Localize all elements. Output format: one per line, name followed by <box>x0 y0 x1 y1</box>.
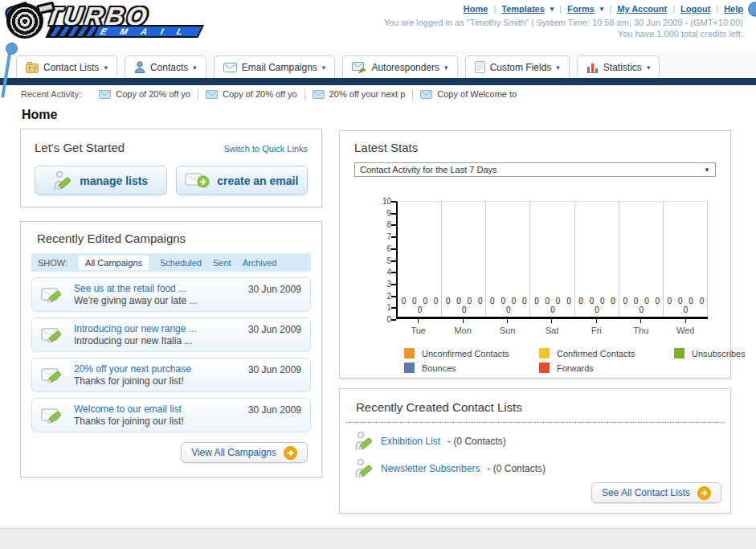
contact-list-link[interactable]: Newsletter Subscribers <box>381 463 480 474</box>
recent-activity-item[interactable]: 20% off your next p <box>313 89 406 99</box>
legend-item: Bounces <box>404 363 539 373</box>
manage-lists-label: manage lists <box>80 174 148 187</box>
x-axis-category: Fri <box>574 319 619 335</box>
contact-list-count: - (0 Contacts) <box>447 436 506 447</box>
tab-custom-fields[interactable]: Custom Fields ▾ <box>465 55 570 78</box>
recent-activity-item[interactable]: Copy of 20% off yo <box>99 89 190 99</box>
y-axis-tick-label: 9 <box>372 209 391 218</box>
campaign-row[interactable]: See us at the retail food ... We're givi… <box>31 277 311 312</box>
page-title: Home <box>22 108 57 122</box>
chart-x-axis: TueMonSunSatFriThuWed <box>396 319 708 335</box>
tab-email-campaigns[interactable]: Email Campaigns ▾ <box>214 55 336 78</box>
contact-lists-panel: Recently Created Contact Lists Exhibitio… <box>339 388 731 514</box>
filter-archived[interactable]: Archived <box>243 258 277 268</box>
nav-forms-link[interactable]: Forms <box>567 4 595 14</box>
stats-period-select[interactable]: Contact Activity for the Last 7 Days ▼ <box>354 162 716 177</box>
activity-item-label: Copy of Welcome to <box>437 89 517 99</box>
campaign-subtitle: Thanks for joining our list! <box>74 375 191 387</box>
tab-label: Autoresponders <box>371 62 439 73</box>
x-axis-category: Sat <box>529 319 574 335</box>
logo-banner: E M A I L <box>45 25 203 38</box>
manage-lists-button[interactable]: manage lists <box>35 166 167 195</box>
x-axis-category: Thu <box>619 319 663 335</box>
x-axis-category: Sun <box>485 319 529 335</box>
y-axis-tick <box>391 213 396 215</box>
contact-list-row[interactable]: Exhibition List - (0 Contacts) <box>354 431 716 452</box>
x-axis-category: Wed <box>664 319 708 335</box>
recent-activity-item[interactable]: Copy of 20% off yo <box>206 89 297 99</box>
activity-item-label: Copy of 20% off yo <box>223 89 297 99</box>
legend-swatch <box>404 363 415 373</box>
document-icon <box>475 61 485 73</box>
recent-activity-bar: Recent Activity: Copy of 20% off yo Copy… <box>0 85 756 104</box>
legend-label: Bounces <box>422 363 456 373</box>
y-axis-tick-label: 8 <box>372 220 391 229</box>
campaign-date: 30 Jun 2009 <box>248 364 301 375</box>
envelope-icon <box>206 90 218 99</box>
annotation-circle <box>748 2 756 17</box>
create-email-button[interactable]: create an email <box>176 166 309 195</box>
nav-templates-link[interactable]: Templates <box>501 4 545 14</box>
chevron-down-icon: ▾ <box>193 64 197 72</box>
chevron-down-icon: ▾ <box>647 64 651 72</box>
filter-sent[interactable]: Sent <box>213 258 231 268</box>
credits-text: You have 1,000 total credits left. <box>384 29 743 39</box>
recent-activity-item[interactable]: Copy of Welcome to <box>420 89 517 99</box>
tab-contacts[interactable]: Contacts ▾ <box>125 55 206 78</box>
tab-statistics[interactable]: Statistics ▾ <box>577 55 660 78</box>
chart-value-label-group: 0 0 0 0 0 <box>619 297 664 314</box>
campaigns-title: Recently Edited Campaigns <box>37 231 305 245</box>
login-status-text: You are logged in as "Timothy Smith" | S… <box>384 18 743 27</box>
nav-home-link[interactable]: Home <box>464 4 488 14</box>
main-tabbar: Contact Lists ▾ Contacts ▾ Email Campaig… <box>0 50 756 78</box>
legend-label: Confirmed Contacts <box>557 349 635 358</box>
nav-my-account-link[interactable]: My Account <box>617 4 667 14</box>
campaign-row[interactable]: Introducing our new range ... Introducin… <box>31 318 311 352</box>
person-pencil-icon <box>354 431 374 452</box>
switch-quick-links[interactable]: Switch to Quick Links <box>223 144 308 154</box>
filter-scheduled[interactable]: Scheduled <box>160 258 202 268</box>
tab-label: Contact Lists <box>43 62 99 73</box>
chevron-down-icon: ▾ <box>600 5 604 13</box>
legend-item: Forwards <box>539 363 674 373</box>
logo-subtitle: E M A I L <box>99 27 190 36</box>
campaign-title-link[interactable]: Welcome to our email list <box>74 404 184 416</box>
contact-lists-title: Recently Created Contact Lists <box>356 400 714 414</box>
campaign-title-link[interactable]: See us at the retail food ... <box>74 283 197 295</box>
campaign-title-link[interactable]: Introducing our new range ... <box>74 323 197 335</box>
campaign-subtitle: We're giving away our late ... <box>74 295 197 307</box>
get-started-title: Let's Get Started <box>35 141 125 154</box>
chevron-down-icon: ▾ <box>444 64 448 72</box>
see-all-contact-lists-button[interactable]: See All Contact Lists <box>591 482 721 503</box>
y-axis-tick <box>391 284 396 285</box>
contact-list-link[interactable]: Exhibition List <box>381 436 440 447</box>
filter-all-campaigns[interactable]: All Campaigns <box>79 256 149 270</box>
view-all-campaigns-button[interactable]: View All Campaigns <box>181 442 308 463</box>
envelope-pencil-icon <box>41 325 65 346</box>
legend-item: Unconfirmed Contacts <box>404 348 539 358</box>
campaign-row[interactable]: Welcome to our email list Thanks for joi… <box>31 398 311 432</box>
see-all-contact-lists-label: See All Contact Lists <box>602 487 690 498</box>
campaign-row[interactable]: 20% off your next purchase Thanks for jo… <box>31 358 311 392</box>
nav-logout-link[interactable]: Logout <box>680 4 710 14</box>
contact-list-row[interactable]: Newsletter Subscribers - (0 Contacts) <box>354 458 716 479</box>
envelope-icon <box>223 63 237 72</box>
nav-help-link[interactable]: Help <box>724 4 743 14</box>
get-started-panel: Let's Get Started Switch to Quick Links … <box>20 129 322 207</box>
tab-contact-lists[interactable]: Contact Lists ▾ <box>16 55 117 78</box>
tab-autoresponders[interactable]: Autoresponders ▾ <box>342 55 457 78</box>
y-axis-tick <box>391 224 396 226</box>
envelope-pencil-icon <box>41 405 65 426</box>
chart-value-label-group: 0 0 0 0 0 <box>530 297 574 314</box>
contact-list-count: - (0 Contacts) <box>487 463 546 474</box>
contact-card-icon <box>26 62 39 73</box>
bar-chart-icon <box>586 62 599 73</box>
legend-swatch <box>539 363 550 373</box>
chevron-down-icon: ▾ <box>104 64 108 72</box>
page-footer <box>0 528 756 549</box>
y-axis-tick <box>391 272 396 273</box>
y-axis-tick-label: 1 <box>372 303 391 312</box>
latest-stats-panel: Latest Stats Contact Activity for the La… <box>339 130 731 379</box>
envelope-pencil-icon <box>41 365 65 386</box>
campaign-title-link[interactable]: 20% off your next purchase <box>74 363 191 375</box>
